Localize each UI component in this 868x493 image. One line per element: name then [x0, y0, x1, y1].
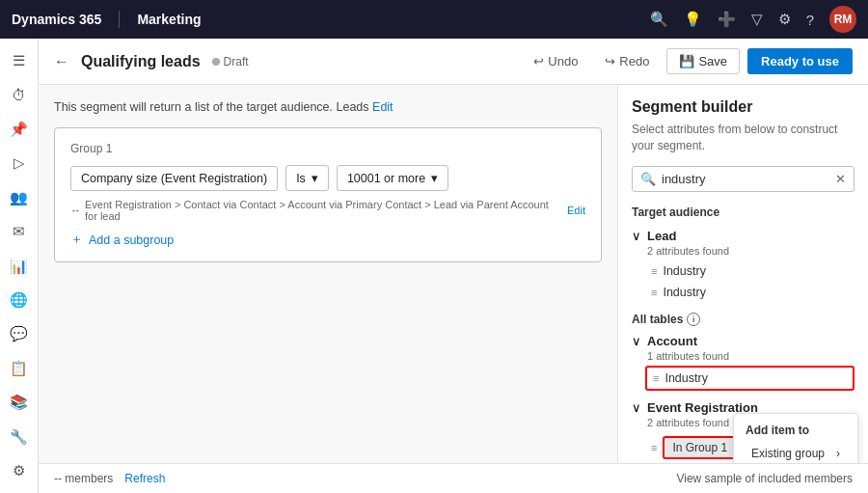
- sidebar-icon-chat[interactable]: 💬: [4, 320, 35, 348]
- status-badge: Draft: [212, 55, 249, 68]
- sidebar-icon-email[interactable]: ✉: [4, 217, 35, 245]
- section-items-lead: ≡ Industry ≡ Industry: [632, 260, 854, 303]
- sidebar-icon-pinned[interactable]: 📌: [4, 115, 35, 143]
- search-box[interactable]: 🔍 ✕: [632, 166, 854, 192]
- members-text: -- members: [54, 472, 113, 485]
- info-text: This segment will return a list of the t…: [54, 100, 602, 114]
- chevron-down-icon: ∨: [632, 334, 641, 348]
- refresh-link[interactable]: Refresh: [124, 472, 165, 485]
- sidebar-icon-library[interactable]: 📚: [4, 389, 35, 417]
- builder-subtitle: Select attributes from below to construc…: [632, 122, 854, 154]
- search-icon[interactable]: 🔍: [650, 11, 668, 28]
- builder-title: Segment builder: [632, 98, 854, 116]
- clear-icon[interactable]: ✕: [835, 172, 846, 186]
- lightbulb-icon[interactable]: 💡: [684, 11, 702, 28]
- segment-area: This segment will return a list of the t…: [39, 85, 617, 463]
- section-count-account: 1 attributes found: [634, 350, 854, 362]
- info-icon: i: [687, 313, 700, 326]
- back-button[interactable]: ←: [54, 53, 69, 70]
- status-dot: [212, 58, 220, 66]
- chevron-down-icon: ▾: [431, 171, 438, 185]
- tooltip-popup: Add item to Existing group › New subgrou…: [733, 413, 858, 463]
- sidebar-icon-forms[interactable]: 📋: [4, 354, 35, 382]
- attr-label: Industry: [663, 264, 705, 278]
- main-content: This segment will return a list of the t…: [39, 85, 868, 463]
- sidebar-icon-recent[interactable]: ⏱: [4, 80, 35, 108]
- attr-label: Industry: [663, 286, 705, 299]
- attr-label: Industry: [665, 371, 707, 385]
- section-header-lead[interactable]: ∨ Lead: [632, 227, 854, 245]
- add-subgroup[interactable]: ＋ Add a subgroup: [70, 232, 585, 248]
- sidebar-icon-contacts[interactable]: 👥: [4, 183, 35, 211]
- sidebar: ☰ ⏱ 📌 ▷ 👥 ✉ 📊 🌐 💬 📋 📚 🔧 ⚙: [0, 39, 39, 493]
- sidebar-icon-menu[interactable]: ☰: [4, 46, 35, 74]
- condition-row: Company size (Event Registration) Is ▾ 1…: [70, 165, 585, 191]
- search-icon: 🔍: [640, 172, 656, 186]
- page-header: ← Qualifying leads Draft ↩ Undo ↪ Redo 💾…: [39, 39, 868, 85]
- path-edit-link[interactable]: Edit: [567, 205, 585, 216]
- chevron-right-icon: ›: [836, 447, 840, 460]
- status-text: Draft: [224, 55, 249, 68]
- sidebar-icon-settings[interactable]: 🔧: [4, 423, 35, 451]
- info-edit-link[interactable]: Edit: [372, 100, 393, 114]
- help-icon[interactable]: ?: [806, 12, 814, 28]
- settings-icon[interactable]: ⚙: [778, 11, 791, 28]
- all-tables-label: All tables i: [632, 313, 854, 326]
- tooltip-option-label: Existing group: [751, 447, 825, 460]
- condition-field[interactable]: Company size (Event Registration): [70, 166, 278, 191]
- sidebar-icon-chart[interactable]: 📊: [4, 252, 35, 280]
- path-text: Event Registration > Contact via Contact…: [85, 199, 563, 222]
- info-text-content: This segment will return a list of the t…: [54, 100, 369, 114]
- module-text: Marketing: [137, 12, 201, 27]
- list-icon: ≡: [651, 442, 657, 453]
- group-box: Group 1 Company size (Event Registration…: [54, 127, 602, 262]
- ready-label: Ready to use: [761, 54, 839, 68]
- group-label: Group 1: [70, 142, 585, 155]
- section-count-lead: 2 attributes found: [634, 245, 854, 257]
- redo-icon: ↪: [605, 54, 615, 68]
- section-name-account: Account: [647, 334, 697, 348]
- attr-lead-industry-2[interactable]: ≡ Industry: [645, 282, 854, 303]
- target-audience-label: Target audience: [632, 205, 854, 219]
- section-lead: ∨ Lead 2 attributes found ≡ Industry ≡ I…: [632, 227, 854, 303]
- top-nav-icons: 🔍 💡 ➕ ▽ ⚙ ? RM: [650, 6, 856, 33]
- list-icon: ≡: [651, 287, 657, 298]
- search-input[interactable]: [662, 172, 829, 186]
- sidebar-icon-web[interactable]: 🌐: [4, 286, 35, 314]
- footer: -- members Refresh View sample of includ…: [39, 463, 868, 493]
- nav-divider: [119, 11, 120, 28]
- attr-account-industry[interactable]: ≡ Industry: [645, 366, 854, 391]
- sidebar-icon-play[interactable]: ▷: [4, 149, 35, 177]
- top-nav: Dynamics 365 Marketing 🔍 💡 ➕ ▽ ⚙ ? RM: [0, 0, 868, 39]
- condition-operator[interactable]: Is ▾: [285, 165, 329, 191]
- operator-text: Is: [296, 172, 306, 185]
- section-header-account[interactable]: ∨ Account: [632, 332, 854, 350]
- segment-builder: Segment builder Select attributes from b…: [617, 85, 868, 463]
- plus-icon[interactable]: ➕: [718, 11, 736, 28]
- view-sample[interactable]: View sample of included members: [676, 472, 853, 485]
- page-title: Qualifying leads: [81, 53, 201, 70]
- all-tables-text: All tables: [632, 313, 683, 326]
- undo-button[interactable]: ↩ Undo: [524, 49, 587, 73]
- save-button[interactable]: 💾 Save: [666, 48, 740, 74]
- list-icon: ≡: [653, 372, 659, 384]
- avatar[interactable]: RM: [829, 6, 856, 33]
- tooltip-existing-group[interactable]: Existing group ›: [746, 443, 846, 463]
- attr-lead-industry-1[interactable]: ≡ Industry: [645, 260, 854, 282]
- condition-value[interactable]: 10001 or more ▾: [337, 165, 448, 191]
- chevron-down-icon: ∨: [632, 400, 641, 415]
- ready-button[interactable]: Ready to use: [747, 48, 853, 74]
- path-icon: ↔: [70, 205, 81, 216]
- header-actions: ↩ Undo ↪ Redo 💾 Save Ready to use: [524, 48, 853, 74]
- chevron-down-icon: ▾: [312, 171, 318, 185]
- chevron-down-icon: ∨: [632, 229, 641, 243]
- filter-icon[interactable]: ▽: [751, 11, 763, 28]
- sidebar-icon-advanced[interactable]: ⚙: [4, 457, 35, 485]
- tooltip-title: Add item to: [746, 424, 846, 437]
- redo-button[interactable]: ↪ Redo: [595, 49, 659, 73]
- section-name-lead: Lead: [647, 229, 676, 243]
- undo-label: Undo: [548, 54, 578, 68]
- redo-label: Redo: [619, 54, 649, 68]
- list-icon: ≡: [651, 265, 657, 277]
- in-group-badge: In Group 1: [663, 436, 737, 459]
